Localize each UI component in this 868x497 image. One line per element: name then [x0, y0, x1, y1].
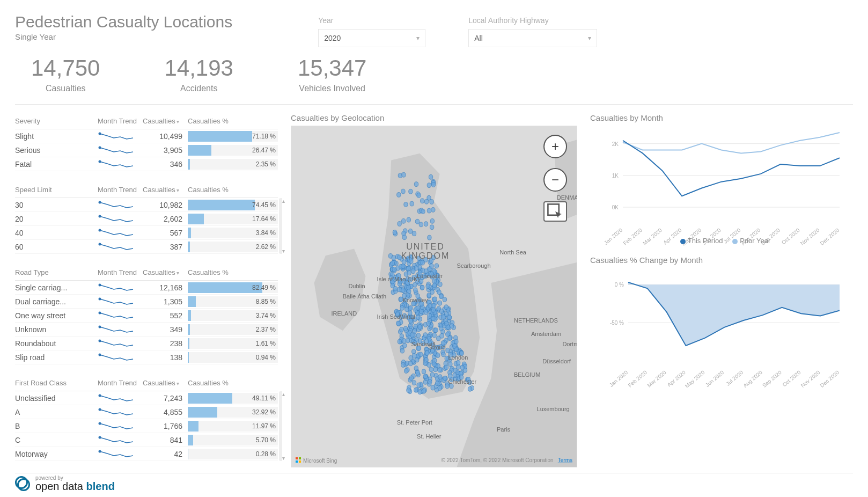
year-dropdown[interactable]: 2020 ▾: [318, 29, 425, 47]
svg-point-377: [435, 273, 438, 278]
svg-point-524: [421, 199, 424, 203]
kpi-vehicles-value: 15,347: [298, 57, 366, 79]
map-terms-link[interactable]: Terms: [558, 457, 572, 463]
svg-point-547: [421, 209, 425, 214]
map-zoom-out-button[interactable]: −: [543, 168, 567, 192]
authority-dropdown-value: All: [474, 34, 483, 42]
table-row[interactable]: Fatal 346 2.35 %: [15, 157, 278, 171]
svg-text:Jun 2020: Jun 2020: [704, 369, 725, 388]
svg-point-432: [456, 360, 460, 365]
map-viewport[interactable]: UNITEDKINGDOMIRELANDNorth SeaNETHERLANDS…: [291, 126, 577, 467]
svg-point-428: [428, 303, 432, 308]
svg-point-461: [397, 273, 401, 278]
svg-point-340: [399, 297, 403, 302]
svg-point-498: [426, 321, 430, 326]
svg-point-358: [435, 345, 439, 350]
row-value: 567: [143, 229, 186, 237]
svg-point-467: [402, 339, 406, 343]
svg-point-353: [419, 352, 423, 357]
svg-point-485: [418, 325, 422, 330]
svg-point-468: [431, 308, 435, 312]
row-value: 1,305: [143, 297, 186, 306]
col-casualties[interactable]: Casualties: [143, 268, 186, 276]
svg-point-51: [402, 313, 406, 318]
svg-point-508: [417, 346, 421, 351]
table-row[interactable]: A 4,855 32.92 %: [15, 405, 278, 419]
svg-point-519: [424, 222, 428, 226]
svg-point-328: [432, 333, 436, 338]
svg-point-17: [99, 450, 101, 452]
scrollbar[interactable]: ▴▾: [279, 198, 284, 254]
svg-text:Oct 2020: Oct 2020: [781, 369, 801, 388]
table-row[interactable]: Single carriag... 12,168 82.49 %: [15, 281, 278, 295]
svg-point-420: [436, 353, 439, 358]
svg-point-6: [99, 243, 101, 245]
svg-point-460: [391, 261, 394, 266]
row-name: 30: [15, 201, 95, 209]
svg-point-501: [413, 341, 417, 346]
svg-point-435: [432, 303, 436, 308]
col-casualties[interactable]: Casualties: [143, 379, 186, 387]
table-row[interactable]: Serious 3,905 26.47 %: [15, 143, 278, 157]
svg-point-516: [430, 272, 433, 276]
svg-point-394: [450, 384, 453, 389]
sparkline-icon: [98, 130, 135, 142]
table-row[interactable]: Motorway 42 0.28 %: [15, 447, 278, 461]
svg-point-97: [427, 293, 431, 298]
table-row[interactable]: Roundabout 238 1.61 %: [15, 337, 278, 350]
table-row[interactable]: 30 10,982 74.45 %: [15, 198, 278, 212]
table-row[interactable]: Dual carriage... 1,305 8.85 %: [15, 295, 278, 309]
svg-point-469: [430, 290, 434, 295]
sparkline-icon: [98, 227, 135, 239]
row-value: 387: [143, 243, 186, 251]
map-select-button[interactable]: [543, 201, 567, 222]
svg-point-338: [433, 297, 437, 302]
pct-change-chart: Casualties % Change by Month -50 %0 %Jan…: [590, 255, 853, 377]
svg-point-509: [432, 283, 436, 288]
map-zoom-in-button[interactable]: +: [543, 135, 567, 158]
row-value: 4,855: [143, 408, 186, 416]
table-header: Severity Month Trend Casualties Casualti…: [15, 113, 278, 129]
svg-point-482: [407, 266, 410, 271]
svg-point-499: [400, 305, 404, 310]
svg-point-2: [99, 160, 101, 163]
table-row[interactable]: 60 387 2.62 %: [15, 240, 278, 254]
svg-text:May 2020: May 2020: [684, 369, 706, 389]
svg-point-478: [437, 290, 441, 295]
svg-text:0K: 0K: [612, 204, 619, 210]
year-dropdown-value: 2020: [324, 34, 341, 42]
svg-point-500: [401, 288, 405, 293]
row-bar: 0.94 %: [188, 352, 278, 363]
row-name: 20: [15, 215, 95, 223]
svg-point-537: [398, 173, 402, 178]
scrollbar[interactable]: ▴▾: [279, 391, 284, 461]
col-casualties[interactable]: Casualties: [143, 186, 186, 194]
row-bar: 3.84 %: [188, 228, 278, 238]
svg-text:Apr 2020: Apr 2020: [666, 369, 687, 388]
authority-dropdown[interactable]: All ▾: [468, 29, 597, 47]
map-logo-text: Microsoft Bing: [296, 457, 337, 464]
svg-point-431: [392, 255, 395, 260]
row-bar: 82.49 %: [188, 282, 278, 293]
table-row[interactable]: 20 2,602 17.64 %: [15, 212, 278, 226]
svg-point-388: [415, 357, 419, 362]
svg-point-556: [430, 200, 433, 204]
svg-text:Sep 2020: Sep 2020: [761, 369, 783, 389]
table-row[interactable]: One way street 552 3.74 %: [15, 309, 278, 323]
svg-point-452: [421, 260, 424, 265]
table-row[interactable]: Unclassified 7,243 49.11 %: [15, 391, 278, 405]
table-row[interactable]: Slip road 138 0.94 %: [15, 350, 278, 364]
row-name: Fatal: [15, 160, 95, 169]
svg-point-101: [445, 384, 449, 389]
svg-point-489: [444, 365, 448, 370]
col-casualties[interactable]: Casualties: [143, 117, 186, 125]
table-row[interactable]: C 841 5.70 %: [15, 433, 278, 447]
table-row[interactable]: 40 567 3.84 %: [15, 226, 278, 240]
breakdown-title: First Road Class: [15, 379, 95, 387]
table-row[interactable]: Unknown 349 2.37 %: [15, 323, 278, 337]
svg-point-514: [410, 333, 414, 338]
table-row[interactable]: B 1,766 11.97 %: [15, 419, 278, 433]
svg-point-512: [411, 269, 415, 274]
table-row[interactable]: Slight 10,499 71.18 %: [15, 129, 278, 143]
row-name: C: [15, 436, 95, 444]
